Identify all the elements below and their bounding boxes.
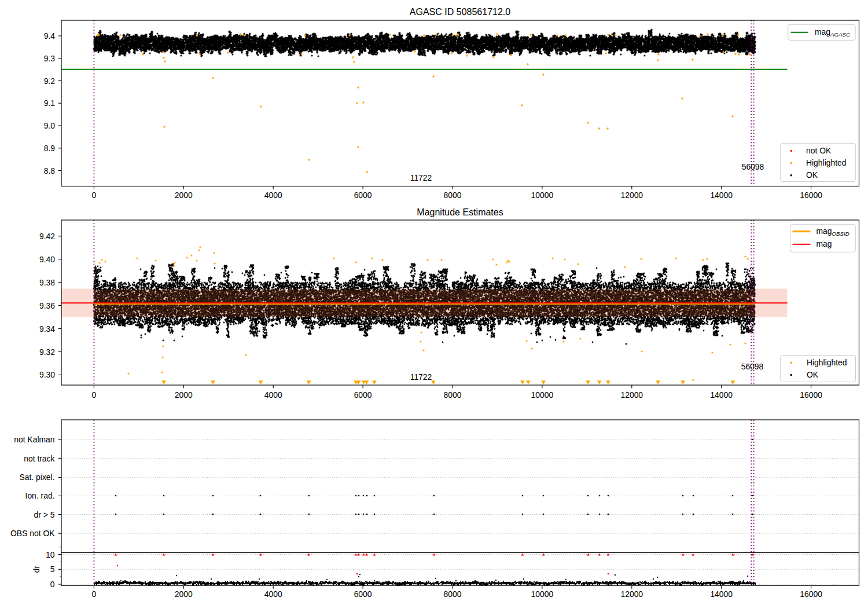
svg-text:4000: 4000 <box>264 589 282 599</box>
svg-text:9.42: 9.42 <box>39 232 55 241</box>
svg-text:14000: 14000 <box>710 191 733 200</box>
svg-text:9.1: 9.1 <box>44 98 56 108</box>
svg-text:11722: 11722 <box>410 372 432 382</box>
svg-text:9.0: 9.0 <box>44 121 56 130</box>
svg-text:8.8: 8.8 <box>44 166 56 175</box>
svg-text:Highlighted: Highlighted <box>806 158 847 167</box>
svg-text:14000: 14000 <box>710 589 733 599</box>
svg-text:9.34: 9.34 <box>39 324 55 334</box>
svg-text:9.40: 9.40 <box>39 255 55 264</box>
svg-text:dr > 5: dr > 5 <box>34 510 55 519</box>
svg-text:Sat. pixel.: Sat. pixel. <box>20 473 55 482</box>
svg-text:0: 0 <box>92 390 97 400</box>
svg-text:9.30: 9.30 <box>39 370 55 379</box>
svg-text:6000: 6000 <box>354 191 372 200</box>
svg-text:16000: 16000 <box>800 589 822 599</box>
svg-text:8000: 8000 <box>444 589 462 599</box>
svg-text:mag: mag <box>816 239 832 248</box>
svg-text:10000: 10000 <box>531 589 554 599</box>
svg-text:9.3: 9.3 <box>44 54 56 63</box>
svg-text:dr: dr <box>32 565 41 573</box>
svg-text:10: 10 <box>46 550 55 559</box>
svg-text:12000: 12000 <box>620 191 643 200</box>
svg-text:8.9: 8.9 <box>44 144 56 153</box>
svg-text:OK: OK <box>807 370 819 379</box>
svg-text:OBS not OK: OBS not OK <box>10 529 55 538</box>
svg-text:56098: 56098 <box>742 162 764 171</box>
svg-text:56098: 56098 <box>741 362 764 371</box>
svg-text:not track: not track <box>24 454 54 463</box>
svg-text:16000: 16000 <box>800 191 822 200</box>
svg-text:6000: 6000 <box>354 390 372 400</box>
svg-text:10000: 10000 <box>531 191 554 200</box>
svg-text:9.4: 9.4 <box>44 31 56 41</box>
svg-text:2000: 2000 <box>175 390 193 400</box>
svg-text:8000: 8000 <box>444 390 462 400</box>
svg-text:not Kalman: not Kalman <box>14 435 54 444</box>
svg-text:10000: 10000 <box>531 390 554 400</box>
svg-text:Highlighted: Highlighted <box>807 358 847 367</box>
svg-text:OK: OK <box>806 170 818 180</box>
svg-text:6000: 6000 <box>354 589 372 599</box>
svg-text:Magnitude Estimates: Magnitude Estimates <box>417 207 503 217</box>
svg-text:0: 0 <box>50 580 55 589</box>
svg-text:8000: 8000 <box>444 191 462 200</box>
svg-text:11722: 11722 <box>410 173 432 182</box>
svg-text:0: 0 <box>92 589 97 599</box>
svg-text:not OK: not OK <box>806 146 832 155</box>
svg-text:Ion. rad.: Ion. rad. <box>25 491 55 500</box>
svg-text:4000: 4000 <box>264 390 282 400</box>
svg-text:5: 5 <box>50 565 55 574</box>
svg-text:14000: 14000 <box>710 390 733 400</box>
svg-text:9.38: 9.38 <box>39 278 55 287</box>
svg-text:9.2: 9.2 <box>44 76 56 86</box>
svg-text:2000: 2000 <box>175 191 193 200</box>
svg-text:9.32: 9.32 <box>39 347 55 357</box>
svg-text:4000: 4000 <box>264 191 282 200</box>
svg-text:AGASC ID 508561712.0: AGASC ID 508561712.0 <box>410 7 510 17</box>
svg-text:16000: 16000 <box>800 390 822 400</box>
svg-text:12000: 12000 <box>620 390 643 400</box>
svg-text:2000: 2000 <box>175 589 193 599</box>
svg-text:12000: 12000 <box>620 589 643 599</box>
svg-text:9.36: 9.36 <box>39 301 55 310</box>
svg-text:0: 0 <box>92 191 97 200</box>
